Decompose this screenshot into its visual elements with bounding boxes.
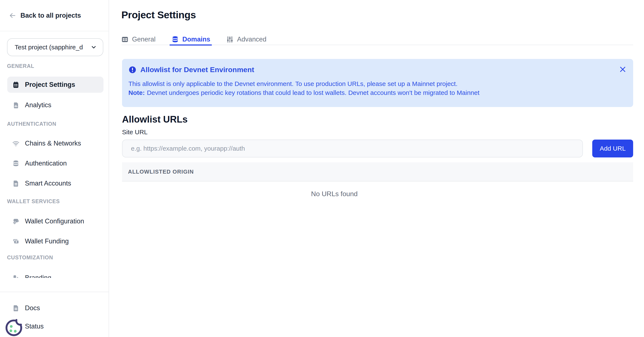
empty-state-message: No URLs found bbox=[122, 181, 547, 198]
site-url-label: Site URL bbox=[122, 128, 148, 136]
sidebar-item-label: Docs bbox=[25, 304, 40, 312]
file-icon bbox=[12, 180, 20, 187]
page-title: Project Settings bbox=[122, 9, 196, 21]
chevron-down-icon bbox=[90, 44, 97, 50]
app-window: Back to all projects Test project (sapph… bbox=[0, 0, 644, 337]
sidebar-item-label: Chains & Networks bbox=[25, 140, 81, 147]
banner-title: Allowlist for Devnet Environment bbox=[140, 65, 254, 74]
tab-label: Advanced bbox=[237, 35, 266, 43]
sidebar-item-branding[interactable]: Branding bbox=[7, 270, 104, 278]
branding-icon bbox=[12, 274, 20, 278]
add-url-button[interactable]: Add URL bbox=[592, 140, 633, 157]
sidebar-item-label: Smart Accounts bbox=[25, 180, 71, 187]
sidebar-item-label: Status bbox=[25, 323, 44, 330]
section-label-general: GENERAL bbox=[7, 63, 34, 69]
sidebar-item-analytics[interactable]: Analytics bbox=[7, 97, 104, 113]
grid-icon bbox=[121, 35, 129, 43]
cookie-consent-icon[interactable] bbox=[4, 318, 24, 337]
allowlist-heading: Allowlist URLs bbox=[122, 114, 188, 125]
banknote-icon bbox=[12, 238, 20, 245]
database-icon bbox=[12, 160, 20, 167]
banner-header: Allowlist for Devnet Environment bbox=[128, 65, 254, 74]
section-label-authentication: AUTHENTICATION bbox=[7, 121, 56, 127]
sidebar-item-authentication[interactable]: Authentication bbox=[7, 155, 104, 171]
tab-advanced[interactable]: Advanced bbox=[226, 34, 266, 45]
column-header-allowlisted-origin: ALLOWLISTED ORIGIN bbox=[128, 168, 194, 175]
wifi-icon bbox=[12, 140, 20, 147]
project-selector[interactable]: Test project (sapphire_d bbox=[7, 38, 103, 56]
allowlist-table: ALLOWLISTED ORIGIN No URLs found bbox=[122, 162, 633, 198]
sidebar-item-smart-accounts[interactable]: Smart Accounts bbox=[7, 175, 104, 191]
tab-label: General bbox=[132, 35, 156, 43]
sidebar-item-chains-networks[interactable]: Chains & Networks bbox=[7, 135, 104, 151]
banner-body: This allowlist is only applicable to the… bbox=[128, 79, 480, 97]
main-content: Project Settings General Domains Advance… bbox=[109, 0, 644, 337]
sliders-icon bbox=[226, 35, 234, 43]
sidebar-item-label: Wallet Funding bbox=[25, 237, 69, 245]
banner-close-button[interactable] bbox=[619, 65, 627, 73]
tab-domains[interactable]: Domains bbox=[171, 34, 210, 45]
sidebar-item-label: Authentication bbox=[25, 160, 67, 167]
section-label-wallet-services: WALLET SERVICES bbox=[7, 198, 60, 204]
docs-icon bbox=[12, 305, 20, 312]
sidebar-item-label: Wallet Configuration bbox=[25, 217, 84, 225]
tab-bar: General Domains Advanced bbox=[121, 34, 266, 45]
banner-note-label: Note: bbox=[128, 89, 145, 96]
sidebar-item-label: Analytics bbox=[25, 101, 51, 109]
sidebar: Back to all projects Test project (sapph… bbox=[0, 0, 109, 337]
back-arrow-icon bbox=[8, 11, 16, 19]
sidebar-item-wallet-configuration[interactable]: Wallet Configuration bbox=[7, 213, 104, 229]
table-header-row: ALLOWLISTED ORIGIN bbox=[122, 162, 633, 181]
info-icon bbox=[128, 66, 136, 74]
back-to-projects-link[interactable]: Back to all projects bbox=[0, 0, 108, 31]
banner-note: Note:Devnet undergoes periodic key rotat… bbox=[128, 88, 480, 97]
sidebar-item-wallet-funding[interactable]: Wallet Funding bbox=[7, 233, 104, 249]
tab-general[interactable]: General bbox=[121, 34, 156, 45]
clipboard-icon bbox=[12, 81, 20, 88]
devnet-allowlist-banner: Allowlist for Devnet Environment This al… bbox=[122, 59, 633, 107]
back-label: Back to all projects bbox=[20, 12, 81, 19]
sidebar-nav: Test project (sapphire_d GENERAL Project… bbox=[0, 31, 108, 278]
banner-line1: This allowlist is only applicable to the… bbox=[128, 79, 480, 88]
site-url-input[interactable] bbox=[122, 140, 583, 157]
project-selector-value: Test project (sapphire_d bbox=[15, 44, 88, 51]
tab-label: Domains bbox=[182, 35, 210, 43]
sidebar-item-label: Project Settings bbox=[25, 81, 75, 88]
sidebar-item-project-settings[interactable]: Project Settings bbox=[7, 77, 104, 93]
section-label-customization: CUSTOMIZATION bbox=[7, 255, 53, 261]
analytics-icon bbox=[12, 101, 20, 109]
sidebar-item-docs[interactable]: Docs bbox=[7, 300, 104, 316]
database-icon bbox=[171, 35, 179, 43]
banner-note-text: Devnet undergoes periodic key rotations … bbox=[147, 89, 480, 96]
wallet-gear-icon bbox=[12, 218, 20, 225]
sidebar-item-label: Branding bbox=[25, 274, 51, 278]
